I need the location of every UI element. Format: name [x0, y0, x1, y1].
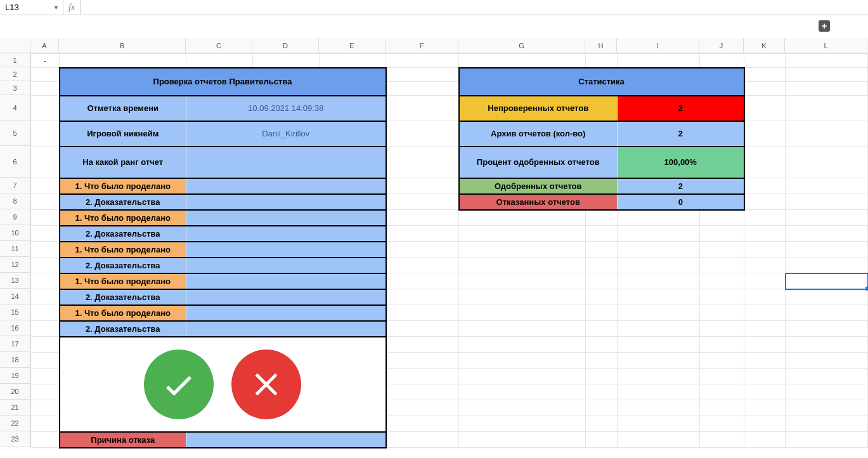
cell-D1[interactable] [253, 54, 320, 68]
cell-A7[interactable] [31, 178, 60, 194]
cell-F11[interactable] [386, 242, 459, 258]
selected-cell[interactable] [786, 273, 868, 289]
cell-J9[interactable] [700, 210, 744, 226]
cell-B5[interactable]: Игровой никнейм [60, 121, 186, 147]
cell-A23[interactable] [31, 432, 60, 448]
cell-L15[interactable] [786, 305, 868, 321]
cell-I23[interactable] [618, 432, 700, 448]
row-header-3[interactable]: 3 [0, 81, 30, 95]
cell-H19[interactable] [586, 369, 618, 384]
cell-C4[interactable]: 10.09.2021 14:09:38 [186, 96, 386, 121]
cell-C23[interactable] [186, 432, 386, 448]
cell-J10[interactable] [700, 226, 744, 242]
row-header-10[interactable]: 10 [0, 225, 30, 241]
cell-L22[interactable] [786, 416, 868, 432]
cell-H23[interactable] [586, 432, 618, 448]
cell-L7[interactable] [786, 178, 868, 194]
cell-F17[interactable] [386, 337, 459, 353]
cell-F6[interactable] [386, 147, 459, 178]
cell-A22[interactable] [31, 416, 60, 432]
cell-I16[interactable] [618, 321, 700, 337]
cell-L2[interactable] [786, 68, 868, 82]
col-header-C[interactable]: C [186, 38, 252, 53]
row-header-9[interactable]: 9 [0, 209, 30, 225]
cell-I20[interactable] [618, 384, 700, 400]
cell-F10[interactable] [386, 226, 459, 242]
cell-A5[interactable] [31, 121, 60, 147]
cell-I12[interactable] [618, 258, 700, 273]
cell-C16[interactable] [186, 321, 386, 337]
cell-A11[interactable] [31, 242, 60, 258]
cell-G22[interactable] [459, 416, 586, 432]
cell-I1[interactable] [618, 54, 700, 68]
cell-L19[interactable] [786, 369, 868, 384]
cell-I13[interactable] [618, 273, 700, 289]
cell-I9[interactable] [618, 210, 700, 226]
cell-F5[interactable] [386, 121, 459, 147]
cell-G16[interactable] [459, 321, 586, 337]
cell-J12[interactable] [700, 258, 744, 273]
cell-G9[interactable] [459, 210, 586, 226]
cell-I19[interactable] [618, 369, 700, 384]
col-header-E[interactable]: E [319, 38, 385, 53]
cell-I14[interactable] [618, 289, 700, 305]
cell-H12[interactable] [586, 258, 618, 273]
row-header-18[interactable]: 18 [0, 352, 30, 368]
cell-K3[interactable] [744, 82, 786, 96]
cell-A16[interactable] [31, 321, 60, 337]
cell-L10[interactable] [786, 226, 868, 242]
cell-I5[interactable]: 2 [618, 121, 744, 147]
cell-K11[interactable] [744, 242, 786, 258]
cell-H9[interactable] [586, 210, 618, 226]
col-header-J[interactable]: J [699, 38, 744, 53]
cell-A19[interactable] [31, 369, 60, 384]
cell-G12[interactable] [459, 258, 586, 273]
cell-A18[interactable] [31, 353, 60, 369]
cell-L17[interactable] [786, 337, 868, 353]
cell-L1[interactable] [786, 54, 868, 68]
cell-F20[interactable] [386, 384, 459, 400]
cell-H14[interactable] [586, 289, 618, 305]
cell-L8[interactable] [786, 194, 868, 210]
cell-A4[interactable] [31, 96, 60, 121]
cell-F4[interactable] [386, 96, 459, 121]
add-button[interactable]: + [819, 20, 830, 32]
col-header-L[interactable]: L [785, 38, 867, 53]
cell-B7[interactable]: 1. Что было проделано [60, 178, 186, 194]
cell-L14[interactable] [786, 289, 868, 305]
col-header-K[interactable]: K [744, 38, 785, 53]
cell-L23[interactable] [786, 432, 868, 448]
cell-K16[interactable] [744, 321, 786, 337]
cell-H17[interactable] [586, 337, 618, 353]
cell-K9[interactable] [744, 210, 786, 226]
cell-G17[interactable] [459, 337, 586, 353]
cell-I22[interactable] [618, 416, 700, 432]
cell-B16[interactable]: 2. Доказательства [60, 321, 186, 337]
cell-F9[interactable] [386, 210, 459, 226]
cell-G5[interactable]: Архив отчетов (кол-во) [459, 121, 618, 147]
cell-I4[interactable]: 2 [618, 96, 744, 121]
select-all-corner[interactable] [0, 38, 30, 53]
cell-B14[interactable]: 2. Доказательства [60, 289, 186, 305]
cell-K4[interactable] [744, 96, 786, 121]
cell-G8[interactable]: Отказанных отчетов [459, 194, 618, 210]
cell-L9[interactable] [786, 210, 868, 226]
cell-A8[interactable] [31, 194, 60, 210]
col-header-I[interactable]: I [617, 38, 699, 53]
cell-I7[interactable]: 2 [618, 178, 744, 194]
cell-J21[interactable] [700, 400, 744, 416]
cell-K23[interactable] [744, 432, 786, 448]
col-header-B[interactable]: B [59, 38, 186, 53]
cell-H22[interactable] [586, 416, 618, 432]
cell-A2[interactable] [31, 68, 60, 82]
cell-H1[interactable] [586, 54, 618, 68]
cell-B11[interactable]: 1. Что было проделано [60, 242, 186, 258]
cell-H20[interactable] [586, 384, 618, 400]
row-header-2[interactable]: 2 [0, 67, 30, 81]
cell-A9[interactable] [31, 210, 60, 226]
cell-A6[interactable] [31, 147, 60, 178]
row-header-16[interactable]: 16 [0, 320, 30, 336]
cell-F22[interactable] [386, 416, 459, 432]
approve-icon[interactable] [144, 350, 214, 419]
cell-A1[interactable]: - [31, 54, 60, 68]
